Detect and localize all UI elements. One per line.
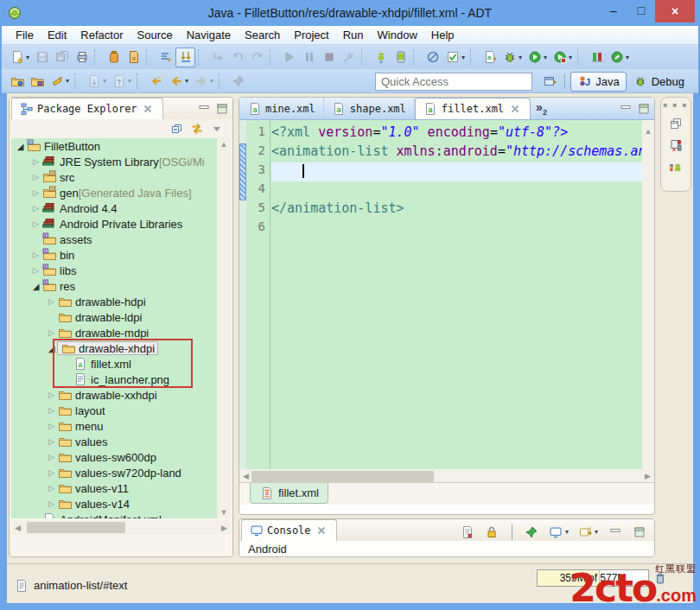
expanded-arrow-icon[interactable]: ◢ xyxy=(46,344,57,353)
code-line-4[interactable] xyxy=(271,181,642,200)
tree-item-android-private-libraries[interactable]: ▷Android Private Libraries xyxy=(11,216,217,232)
scrollbar-thumb[interactable] xyxy=(27,522,125,533)
tree-item-drawable-xhdpi[interactable]: ◢drawable-xhdpi xyxy=(11,340,217,356)
editor-tab-fillet-xml[interactable]: afillet.xml xyxy=(415,98,531,119)
tree-item-ic-launcher-png[interactable]: ic_launcher.png xyxy=(11,372,217,387)
collapsed-arrow-icon[interactable]: ▷ xyxy=(30,173,41,181)
dropdown-arrow-icon[interactable]: ▾ xyxy=(569,54,572,61)
tree-item-drawable-xxhdpi[interactable]: ▷drawable-xxhdpi xyxy=(11,387,217,403)
scroll-up-icon[interactable]: ▲ xyxy=(220,140,228,149)
scrollbar-thumb[interactable] xyxy=(251,471,434,482)
scroll-right-icon[interactable]: ▶ xyxy=(645,472,651,480)
tree-item-values-sw720dp-land[interactable]: ▷values-sw720dp-land xyxy=(11,465,217,480)
minimize-button[interactable]: – xyxy=(600,0,627,21)
collapsed-arrow-icon[interactable]: ▷ xyxy=(30,266,41,275)
dropdown-arrow-icon[interactable]: ▾ xyxy=(128,77,131,85)
editor-horizontal-scrollbar[interactable]: ◀ ▶ xyxy=(239,469,654,482)
console-tab[interactable]: Console xyxy=(241,519,337,541)
editor-tab-mine-xml[interactable]: amine.xml xyxy=(239,98,324,119)
undo-button[interactable] xyxy=(227,48,247,67)
package-explorer-tab[interactable]: Package Explorer xyxy=(11,98,163,119)
collapsed-arrow-icon[interactable]: ▷ xyxy=(46,391,57,399)
tree-vertical-scrollbar[interactable]: ▲ ▼ xyxy=(217,138,231,518)
perspective-java[interactable]: JJava xyxy=(570,72,626,92)
tree-item-drawable-ldpi[interactable]: drawable-ldpi xyxy=(11,309,217,325)
dropdown-arrow-icon[interactable]: ▾ xyxy=(544,54,547,61)
menu-search[interactable]: Search xyxy=(238,27,287,43)
next-annotation-button[interactable]: ▾ xyxy=(84,71,109,91)
view-minimize-icon[interactable] xyxy=(618,101,633,116)
tree-item-layout[interactable]: ▷layout xyxy=(11,403,217,418)
menu-project[interactable]: Project xyxy=(287,27,335,43)
menu-window[interactable]: Window xyxy=(371,27,424,43)
menu-help[interactable]: Help xyxy=(424,27,461,43)
save-button[interactable] xyxy=(32,48,52,67)
close-icon[interactable] xyxy=(315,524,329,538)
close-icon[interactable] xyxy=(507,102,522,117)
tree-item-menu[interactable]: ▷menu xyxy=(11,418,217,434)
menu-edit[interactable]: Edit xyxy=(41,27,73,43)
ddms-view-icon[interactable] xyxy=(669,159,684,174)
tree-item-gen[interactable]: ▷gen [Generated Java Files] xyxy=(11,185,217,200)
expanded-arrow-icon[interactable]: ◢ xyxy=(30,282,41,291)
tree-item-drawable-mdpi[interactable]: ▷drawable-mdpi xyxy=(11,325,217,340)
tree-item-values-v14[interactable]: ▷values-v14 xyxy=(11,496,217,512)
pin-editor-button[interactable] xyxy=(228,71,248,91)
link-with-editor-button[interactable] xyxy=(175,48,195,67)
scroll-left-icon[interactable]: ◀ xyxy=(243,472,249,480)
restore-views-icon[interactable] xyxy=(669,116,684,130)
menu-source[interactable]: Source xyxy=(130,27,180,43)
link-editor-icon[interactable] xyxy=(189,122,204,137)
code-line-5[interactable]: </animation-list> xyxy=(271,200,642,219)
dropdown-arrow-icon[interactable]: ▾ xyxy=(26,54,29,61)
open-console-button[interactable]: ▾ xyxy=(576,522,601,542)
close-icon[interactable] xyxy=(141,102,156,117)
editor-vertical-scrollbar[interactable]: ▲ xyxy=(642,120,654,469)
editor-tab-shape-xml[interactable]: ashape.xml xyxy=(324,98,415,119)
collapsed-arrow-icon[interactable]: ▷ xyxy=(46,437,57,446)
garbage-collect-icon[interactable] xyxy=(652,571,667,586)
view-maximize-button[interactable] xyxy=(629,522,649,542)
run-history-button[interactable]: ▾ xyxy=(550,48,575,67)
new-wizard-button[interactable]: ▾ xyxy=(7,48,32,67)
run-button[interactable]: ▾ xyxy=(525,48,550,67)
disconnect-button[interactable] xyxy=(339,48,359,67)
clear-console-button[interactable] xyxy=(458,522,478,542)
collapsed-arrow-icon[interactable]: ▷ xyxy=(30,157,41,166)
code-area[interactable]: <?xml version="1.0" encoding="utf-8"?><a… xyxy=(271,120,642,469)
export-jar-button[interactable] xyxy=(104,48,124,67)
view-maximize-icon[interactable] xyxy=(636,101,651,116)
tree-item-libs[interactable]: ▷alibs xyxy=(11,263,217,278)
tree-item-assets[interactable]: aassets xyxy=(11,232,217,247)
skip-breakpoints-button[interactable] xyxy=(423,48,442,67)
scroll-right-icon[interactable]: ▶ xyxy=(221,524,227,532)
collapse-all-icon[interactable] xyxy=(169,122,184,137)
android-device-manager-button[interactable] xyxy=(391,48,410,67)
view-menu-icon[interactable] xyxy=(209,122,224,137)
dropdown-arrow-icon[interactable]: ▾ xyxy=(461,54,465,61)
menu-refactor[interactable]: Refactor xyxy=(73,27,130,43)
previous-annotation-button[interactable]: ▾ xyxy=(109,71,134,91)
code-line-1[interactable]: <?xml version="1.0" encoding="utf-8"?> xyxy=(271,124,642,143)
scroll-down-icon[interactable]: ▼ xyxy=(220,508,228,517)
dropdown-arrow-icon[interactable]: ▾ xyxy=(103,77,106,85)
dropdown-arrow-icon[interactable]: ▾ xyxy=(185,77,188,85)
suspend-button[interactable] xyxy=(299,48,319,67)
tree-item-bin[interactable]: ▷abin xyxy=(11,247,217,263)
dropdown-arrow-icon[interactable]: ▾ xyxy=(626,54,629,61)
menu-file[interactable]: File xyxy=(9,27,41,43)
collapsed-arrow-icon[interactable]: ▷ xyxy=(46,499,57,508)
pin-console-button[interactable] xyxy=(522,522,542,542)
open-resource-button[interactable] xyxy=(27,71,47,91)
tree-item-filletbutton[interactable]: ◢FilletButton xyxy=(11,138,217,154)
more-tabs-chevron[interactable]: »2 xyxy=(531,100,552,117)
collapsed-arrow-icon[interactable]: ▷ xyxy=(46,297,57,306)
tree-item-androidmanifest-xml[interactable]: aAndroidManifest.xml xyxy=(11,512,217,518)
collapsed-arrow-icon[interactable]: ▷ xyxy=(46,422,57,430)
coverage-button[interactable] xyxy=(587,48,607,67)
highlight-button[interactable]: ▾ xyxy=(47,71,72,91)
step-return-button[interactable] xyxy=(207,48,227,67)
close-button[interactable]: × xyxy=(655,0,695,22)
dropdown-arrow-icon[interactable]: ▾ xyxy=(519,54,522,61)
terminate-button[interactable] xyxy=(319,48,339,67)
